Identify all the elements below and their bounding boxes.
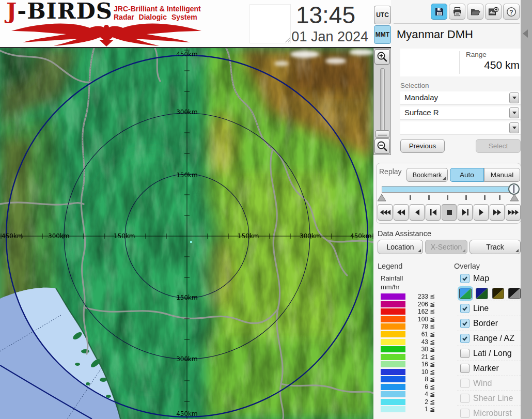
- rainfall-legend: Rainfall mm/hr 233≦ 206≦ 162≦ 100≦ 78≦ 6…: [381, 274, 448, 413]
- skip-forward-button[interactable]: [458, 204, 473, 221]
- checkbox[interactable]: [460, 409, 470, 418]
- site-dropdown[interactable]: Mandalay: [400, 91, 521, 105]
- panel-collapse-arrow-icon[interactable]: [523, 29, 528, 38]
- map-style-swatch[interactable]: [476, 288, 488, 299]
- menu-corner-icon: [418, 249, 421, 252]
- slider-start-marker[interactable]: [378, 194, 386, 201]
- slider-end-marker[interactable]: [510, 194, 519, 201]
- map-style-swatch[interactable]: [459, 288, 472, 299]
- app-logo: J-BIRDS: [6, 0, 113, 24]
- chevron-down-icon[interactable]: [509, 92, 519, 103]
- magnifier-minus-icon: [377, 141, 388, 152]
- legend-swatch: [381, 391, 405, 397]
- legend-swatch: [381, 369, 405, 375]
- checkbox[interactable]: [460, 349, 470, 358]
- overlay-item-range-az[interactable]: Range / AZ: [457, 331, 521, 346]
- overlay-item-marker[interactable]: Marker: [457, 361, 521, 376]
- svg-text:300km: 300km: [300, 232, 321, 240]
- checkbox[interactable]: [460, 379, 470, 388]
- svg-text:450km: 450km: [350, 232, 372, 240]
- zoom-in-button[interactable]: [374, 49, 390, 65]
- map-style-swatch[interactable]: [492, 288, 505, 299]
- menu-corner-icon: [515, 249, 519, 252]
- bookmark-button[interactable]: Bookmark: [406, 168, 448, 182]
- overlay-item-map[interactable]: Map: [457, 271, 521, 286]
- manual-mode-button[interactable]: Manual: [484, 168, 520, 182]
- product-dropdown[interactable]: Surface R: [400, 106, 521, 120]
- zoom-out-button[interactable]: [374, 138, 390, 154]
- radar-map[interactable]: 450km 300km 150km 150km 300km 450km 450k…: [0, 48, 373, 419]
- panel-separator: [394, 23, 520, 24]
- forward-button[interactable]: [490, 204, 505, 221]
- save-button[interactable]: [431, 4, 447, 20]
- clock-time: 13:45: [287, 1, 355, 29]
- legend-swatch: [381, 331, 405, 337]
- x-section-button[interactable]: X-Section: [425, 240, 467, 254]
- overlay-item-wind[interactable]: Wind: [457, 376, 521, 391]
- checkbox[interactable]: [460, 319, 470, 328]
- fast-forward-button[interactable]: [506, 204, 521, 221]
- play-reverse-button[interactable]: [410, 204, 425, 221]
- add-image-button[interactable]: [485, 4, 502, 20]
- stop-button[interactable]: [442, 204, 457, 221]
- legend-row: 21≦: [381, 353, 448, 361]
- checkbox[interactable]: [460, 304, 470, 313]
- legend-swatch: [381, 376, 405, 382]
- previous-button[interactable]: Previous: [400, 139, 445, 153]
- replay-slider-handle[interactable]: [508, 183, 520, 195]
- terrain-map: 450km 300km 150km 150km 300km 450km 450k…: [0, 48, 373, 419]
- zoom-slider-track[interactable]: [380, 68, 385, 134]
- overlay-item-microburst[interactable]: Microburst: [457, 406, 521, 419]
- legend-row: 43≦: [381, 338, 448, 346]
- selection-label: Selection: [400, 82, 429, 89]
- menu-corner-icon: [462, 249, 465, 252]
- zoom-slider-handle[interactable]: [375, 130, 389, 138]
- overlay-item-line[interactable]: Line: [457, 301, 521, 316]
- legend-row: 233≦: [381, 293, 448, 301]
- overlay-item-shear-line[interactable]: Shear Line: [457, 391, 521, 406]
- checkbox[interactable]: [460, 394, 470, 403]
- play-button[interactable]: [474, 204, 489, 221]
- help-button[interactable]: ?: [503, 4, 520, 20]
- add-image-icon: [488, 7, 499, 17]
- legend-swatch: [381, 316, 405, 322]
- open-folder-button[interactable]: [467, 4, 483, 20]
- overlay-item-lati-long[interactable]: Lati / Long: [457, 346, 521, 361]
- utc-button[interactable]: UTC: [374, 6, 391, 24]
- mmt-button[interactable]: MMT: [374, 25, 391, 44]
- checkbox[interactable]: [460, 364, 470, 373]
- open-folder-icon: [470, 7, 480, 17]
- auto-mode-button[interactable]: Auto: [450, 168, 484, 182]
- legend-swatch: [381, 323, 405, 330]
- chevron-down-icon[interactable]: [509, 107, 519, 118]
- track-button[interactable]: Track: [470, 240, 521, 254]
- legend-row: 61≦: [381, 331, 448, 338]
- skip-back-button[interactable]: [426, 204, 441, 221]
- help-icon: ?: [506, 7, 517, 17]
- checkbox[interactable]: [460, 274, 470, 283]
- svg-text:450km: 450km: [176, 410, 198, 417]
- legend-unit: mm/hr: [381, 283, 448, 291]
- svg-text:150km: 150km: [114, 232, 135, 240]
- map-zoom-control: [373, 48, 391, 155]
- legend-swatch: [381, 406, 405, 412]
- extra-dropdown[interactable]: [400, 121, 521, 135]
- legend-label: Legend: [378, 262, 402, 270]
- print-button[interactable]: [449, 4, 465, 20]
- fast-rewind-button[interactable]: [378, 204, 393, 221]
- legend-row: 8≦: [381, 376, 448, 383]
- legend-swatch: [381, 293, 405, 300]
- station-title: Myanmar DMH: [397, 28, 473, 41]
- legend-row: 10≦: [381, 368, 448, 376]
- legend-title: Rainfall: [381, 274, 448, 283]
- checkbox[interactable]: [460, 334, 470, 343]
- replay-slider-track[interactable]: [382, 186, 519, 193]
- chevron-down-icon[interactable]: [509, 122, 519, 133]
- location-button[interactable]: Location: [378, 240, 423, 254]
- slider-tick: [499, 195, 500, 200]
- overlay-item-border[interactable]: Border: [457, 316, 521, 331]
- legend-row: 78≦: [381, 323, 448, 331]
- map-style-swatch[interactable]: [508, 288, 521, 299]
- rewind-button[interactable]: [394, 204, 409, 221]
- select-button[interactable]: Select: [476, 139, 521, 153]
